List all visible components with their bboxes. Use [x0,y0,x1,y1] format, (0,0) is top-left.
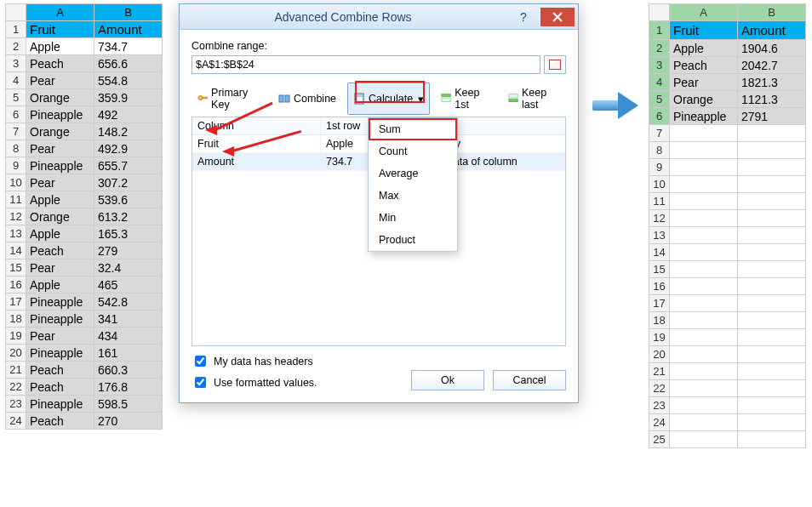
row-header[interactable]: 13 [6,225,26,242]
data-cell[interactable]: 554.8 [94,72,163,89]
row-header[interactable]: 16 [649,278,670,295]
right-worksheet[interactable]: A B 1 Fruit Amount 2Apple1904.63Peach204… [649,3,806,448]
row-header[interactable]: 11 [649,193,670,210]
data-cell[interactable]: 434 [94,328,163,345]
dialog-titlebar[interactable]: Advanced Combine Rows ? [180,4,578,30]
empty-cell[interactable] [670,193,738,210]
row-header[interactable]: 12 [649,210,670,227]
checkbox-formatted-values[interactable] [195,377,206,388]
header-cell-fruit[interactable]: Fruit [26,21,94,38]
empty-cell[interactable] [738,312,806,329]
data-cell[interactable]: Pineapple [26,345,94,362]
header-cell-fruit[interactable]: Fruit [670,21,738,40]
row-header[interactable]: 6 [649,108,670,125]
row-header[interactable]: 23 [649,397,670,414]
dropdown-item-max[interactable]: Max [369,185,457,207]
ok-button[interactable]: Ok [411,370,484,390]
header-cell-amount[interactable]: Amount [94,21,163,38]
data-cell[interactable]: 279 [94,242,163,259]
checkbox-has-headers[interactable] [195,356,206,367]
empty-cell[interactable] [738,397,806,414]
data-cell[interactable]: Pineapple [26,157,94,174]
row-header[interactable]: 6 [6,106,26,123]
data-cell[interactable]: Apple [26,225,94,242]
empty-cell[interactable] [670,329,738,346]
combine-button[interactable]: Combine [272,83,342,115]
data-cell[interactable]: Peach [26,242,94,259]
row-header[interactable]: 25 [649,431,670,448]
empty-cell[interactable] [738,414,806,431]
empty-cell[interactable] [670,295,738,312]
row-header[interactable]: 11 [6,191,26,208]
data-cell[interactable]: Orange [26,208,94,225]
header-cell-amount[interactable]: Amount [738,21,806,40]
data-cell[interactable]: 542.8 [94,293,163,310]
data-cell[interactable]: 656.6 [94,55,163,72]
data-cell[interactable]: Peach [26,379,94,396]
empty-cell[interactable] [670,176,738,193]
empty-cell[interactable] [738,261,806,278]
empty-cell[interactable] [670,414,738,431]
row-header[interactable]: 15 [649,261,670,278]
empty-cell[interactable] [738,244,806,261]
empty-cell[interactable] [738,142,806,159]
empty-cell[interactable] [670,244,738,261]
row-header[interactable]: 24 [649,414,670,431]
row-header[interactable]: 5 [6,89,26,106]
row-header[interactable]: 3 [649,57,670,74]
col-header-b[interactable]: B [738,4,806,21]
empty-cell[interactable] [738,329,806,346]
data-cell[interactable]: 165.3 [94,225,163,242]
row-header[interactable]: 9 [6,157,26,174]
data-cell[interactable]: Apple [670,40,738,57]
dropdown-item-count[interactable]: Count [369,140,457,162]
empty-cell[interactable] [738,363,806,380]
row-header[interactable]: 1 [6,21,26,38]
empty-cell[interactable] [670,380,738,397]
row-header[interactable]: 21 [6,362,26,379]
data-cell[interactable]: 341 [94,310,163,328]
data-cell[interactable]: 32.4 [94,259,163,276]
help-button[interactable]: ? [506,8,540,26]
row-header[interactable]: 20 [649,346,670,363]
check-has-headers[interactable]: My data has headers [192,353,566,369]
row-header[interactable]: 21 [649,363,670,380]
row-header[interactable]: 10 [6,174,26,191]
empty-cell[interactable] [738,278,806,295]
data-cell[interactable]: Pineapple [26,293,94,310]
row-header[interactable]: 10 [649,176,670,193]
data-cell[interactable]: 2791 [738,108,806,125]
empty-cell[interactable] [670,227,738,244]
row-header[interactable]: 23 [6,396,26,413]
empty-cell[interactable] [670,312,738,329]
empty-cell[interactable] [738,431,806,448]
empty-cell[interactable] [670,159,738,176]
row-header[interactable]: 2 [6,38,26,55]
row-header[interactable]: 19 [6,328,26,345]
data-cell[interactable]: Pear [26,72,94,89]
data-cell[interactable]: 613.2 [94,208,163,225]
row-header[interactable]: 13 [649,227,670,244]
row-header[interactable]: 16 [6,276,26,293]
row-header[interactable]: 18 [6,310,26,328]
data-cell[interactable]: 598.5 [94,396,163,413]
keep-first-button[interactable]: Keep 1st [435,83,497,115]
empty-cell[interactable] [738,227,806,244]
data-cell[interactable]: Pear [26,259,94,276]
data-cell[interactable]: 1904.6 [738,40,806,57]
data-cell[interactable]: 1121.3 [738,91,806,108]
row-header[interactable]: 7 [649,125,670,142]
left-worksheet[interactable]: A B 1 Fruit Amount 2Apple734.73Peach656.… [5,3,163,430]
empty-cell[interactable] [738,295,806,312]
empty-cell[interactable] [670,125,738,142]
data-cell[interactable]: Orange [670,91,738,108]
empty-cell[interactable] [670,363,738,380]
data-cell[interactable]: Pear [26,140,94,157]
data-cell[interactable]: 2042.7 [738,57,806,74]
row-header[interactable]: 15 [6,259,26,276]
empty-cell[interactable] [670,142,738,159]
row-header[interactable]: 24 [6,413,26,430]
range-picker-button[interactable] [544,55,566,74]
data-cell[interactable]: Peach [26,413,94,430]
data-cell[interactable]: 307.2 [94,174,163,191]
